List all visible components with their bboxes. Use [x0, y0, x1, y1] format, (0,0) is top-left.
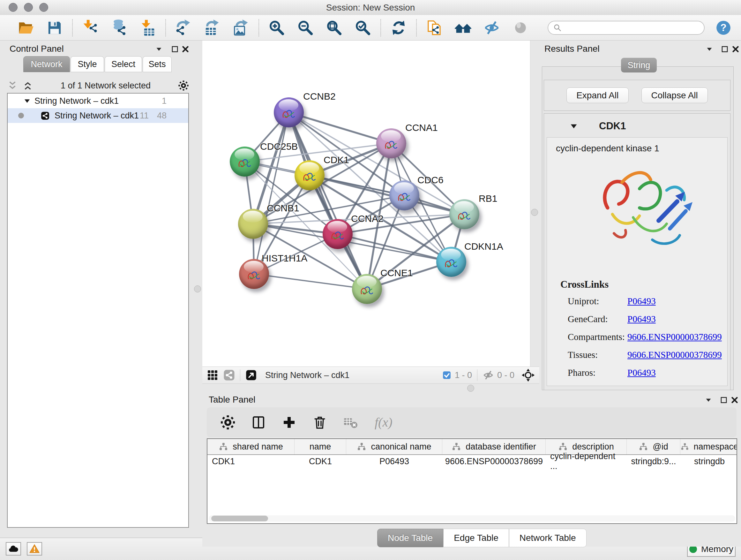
clone-network-button[interactable]: [425, 18, 444, 37]
panel-close-icon[interactable]: [181, 44, 190, 54]
expand-all-networks-icon[interactable]: [22, 80, 33, 91]
open-folder-icon: [17, 19, 35, 37]
birds-eye-view-icon[interactable]: [246, 369, 257, 381]
panel-close-icon[interactable]: [730, 395, 739, 405]
vertical-splitter-handle[interactable]: [194, 286, 201, 293]
import-table-button[interactable]: [138, 18, 157, 37]
collapse-all-button[interactable]: Collapse All: [642, 87, 708, 103]
search-box[interactable]: [548, 21, 704, 35]
results-buttons-row: Expand All Collapse All: [544, 80, 731, 111]
network-node-rb1[interactable]: [449, 199, 479, 229]
tab-select[interactable]: Select: [105, 56, 142, 72]
column-header-database-identifier[interactable]: database identifier: [442, 439, 546, 454]
node-label-cdk1: CDK1: [324, 154, 349, 165]
tab-edge-table[interactable]: Edge Table: [443, 529, 509, 547]
fit-selected-crosshair-icon[interactable]: [522, 368, 535, 382]
string-home-button[interactable]: [454, 18, 472, 37]
zoom-fit-content-button[interactable]: [325, 18, 343, 37]
column-header-namespace[interactable]: namespace: [680, 439, 737, 454]
table-options-gear-icon[interactable]: [220, 415, 235, 430]
crosslink-link[interactable]: P06493: [627, 296, 656, 307]
protein-ribbon-glyph: [355, 281, 378, 300]
show-columns-icon[interactable]: [251, 415, 266, 430]
panel-close-icon[interactable]: [731, 44, 740, 54]
network-node-cdc6[interactable]: [389, 180, 419, 210]
main-toolbar: ?: [0, 15, 741, 41]
network-node-ccna1[interactable]: [376, 128, 406, 159]
export-image-icon: [232, 19, 250, 37]
network-node-ccnb2[interactable]: [274, 98, 304, 127]
crosslink-link[interactable]: P06493: [627, 314, 656, 324]
network-options-gear-icon[interactable]: [178, 80, 189, 91]
crosslink-link[interactable]: P06493: [627, 368, 656, 378]
search-input[interactable]: [565, 22, 699, 33]
import-network-file-button[interactable]: [81, 18, 99, 37]
delete-table-icon[interactable]: [343, 415, 358, 430]
function-builder-icon[interactable]: f(x): [374, 415, 400, 430]
tab-style[interactable]: Style: [71, 56, 104, 72]
network-view-icon[interactable]: [223, 369, 235, 381]
network-node-ccnb1[interactable]: [238, 209, 268, 239]
protein-ribbon-glyph: [243, 266, 265, 286]
scrollbar-thumb[interactable]: [211, 516, 268, 521]
gene-entry-header[interactable]: CDK1: [544, 119, 730, 133]
zoom-selected-button[interactable]: [354, 18, 372, 37]
help-button[interactable]: ?: [716, 20, 731, 36]
hide-panels-button[interactable]: [482, 18, 501, 37]
tab-sets[interactable]: Sets: [143, 56, 172, 72]
tab-string[interactable]: String: [621, 58, 657, 72]
column-header-canonical-name[interactable]: canonical name: [346, 439, 442, 454]
tab-network[interactable]: Network: [23, 56, 70, 72]
panel-float-icon[interactable]: [720, 44, 730, 54]
network-node-ccne1[interactable]: [352, 274, 382, 304]
help-icon: ?: [716, 20, 731, 36]
grid-view-icon[interactable]: [207, 369, 218, 381]
column-header-shared-name[interactable]: shared name: [207, 439, 294, 454]
network-node-cdc25b[interactable]: [230, 146, 260, 177]
crosslink-label: Pharos:: [568, 368, 627, 378]
crosslink-link[interactable]: 9606.ENSP00000378699: [627, 350, 722, 360]
export-network-button[interactable]: [174, 18, 193, 37]
vertical-splitter-handle-right[interactable]: [531, 209, 538, 216]
tree-expand-icon[interactable]: [23, 97, 31, 105]
apply-layout-button[interactable]: [389, 18, 408, 37]
panel-menu-icon[interactable]: [704, 395, 713, 405]
selected-checkbox-icon[interactable]: [442, 370, 452, 380]
network-view-canvas[interactable]: CCNB2 CCNA1 CDC25B CDK1 CDC6 RB1CCNB1 CC…: [202, 41, 530, 367]
network-collection-row[interactable]: String Network – cdk1 1: [8, 94, 188, 108]
save-session-button[interactable]: [45, 18, 64, 37]
cloud-button[interactable]: [6, 542, 21, 556]
fork-icon: [638, 442, 648, 451]
zoom-in-button[interactable]: [267, 18, 286, 37]
export-table-button[interactable]: [203, 18, 221, 37]
show-panels-button[interactable]: [511, 18, 530, 37]
tab-node-table[interactable]: Node Table: [377, 529, 443, 547]
delete-column-icon[interactable]: [312, 415, 327, 430]
import-network-database-button[interactable]: [110, 18, 128, 37]
panel-menu-icon[interactable]: [704, 44, 714, 54]
column-header-name[interactable]: name: [294, 439, 346, 454]
crosslink-link[interactable]: 9606.ENSP00000378699: [627, 332, 722, 342]
panel-menu-icon[interactable]: [154, 44, 164, 54]
expand-all-button[interactable]: Expand All: [566, 87, 628, 103]
control-panel-title: Control Panel: [10, 44, 64, 54]
network-node-cdk1[interactable]: [294, 160, 325, 190]
selected-counts: 1 - 0: [455, 370, 472, 380]
warnings-button[interactable]: [27, 542, 42, 556]
zoom-out-button[interactable]: [296, 18, 315, 37]
table-row[interactable]: CDK1CDK1P064939606.ENSP00000378699cyclin…: [207, 455, 737, 468]
panel-float-icon[interactable]: [719, 395, 729, 405]
horizontal-splitter-handle[interactable]: [467, 385, 474, 392]
network-node-cdkn1a[interactable]: [436, 247, 466, 277]
column-header--id[interactable]: @id: [627, 439, 680, 454]
entry-expand-icon[interactable]: [569, 121, 579, 131]
open-session-button[interactable]: [17, 18, 35, 37]
export-image-button[interactable]: [232, 18, 250, 37]
panel-float-icon[interactable]: [170, 44, 180, 54]
network-row-selected[interactable]: String Network – cdk1 11 48: [8, 108, 188, 123]
add-column-icon[interactable]: [281, 415, 297, 430]
network-node-ccna2[interactable]: [323, 219, 353, 249]
hidden-eye-icon[interactable]: [482, 369, 494, 381]
collapse-all-networks-icon[interactable]: [7, 80, 18, 91]
tab-network-table[interactable]: Network Table: [509, 529, 587, 547]
